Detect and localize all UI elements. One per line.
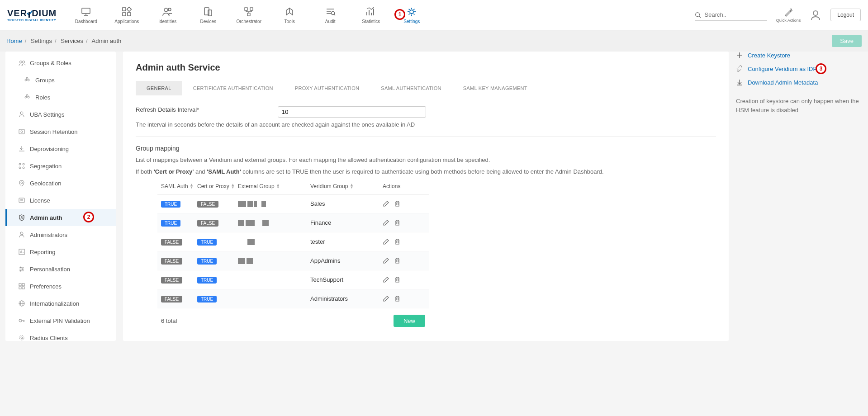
breadcrumb-services[interactable]: Services xyxy=(61,38,83,44)
veridium-group: Administrators xyxy=(310,295,383,302)
tab-saml-key-management[interactable]: SAML KEY MANAGEMENT xyxy=(452,81,538,95)
group-mapping-desc1: List of mappings between a Veridium and … xyxy=(136,156,716,165)
sort-icon[interactable]: ▲▼ xyxy=(231,184,235,189)
sidebar-item-reporting[interactable]: Reporting xyxy=(5,243,116,260)
svg-point-29 xyxy=(25,96,27,98)
tab-proxy-authentication[interactable]: PROXY AUTHENTICATION xyxy=(284,81,370,95)
quick-actions[interactable]: Quick Actions xyxy=(776,7,801,23)
column-header[interactable]: Cert or Proxy ▲▼ xyxy=(197,183,238,189)
nav-audit[interactable]: Audit xyxy=(310,0,351,30)
sidebar-item-groups-roles[interactable]: Groups & Roles xyxy=(5,54,116,71)
svg-rect-1 xyxy=(82,8,90,14)
delete-icon[interactable] xyxy=(394,276,401,283)
delete-icon[interactable] xyxy=(394,219,401,226)
sidebar-item-preferences[interactable]: Preferences xyxy=(5,278,116,295)
refresh-input[interactable] xyxy=(278,106,426,118)
svg-rect-14 xyxy=(247,13,250,16)
sidebar-item-radius-clients[interactable]: Radius Clients xyxy=(5,329,116,341)
svg-point-34 xyxy=(21,131,23,132)
svg-point-32 xyxy=(20,112,23,114)
right-link-create-keystore[interactable]: Create Keystore xyxy=(736,52,863,59)
saml-badge: TRUE xyxy=(161,220,180,227)
sidebar-item-license[interactable]: License xyxy=(5,192,116,209)
sidebar-icon xyxy=(18,300,25,307)
column-header[interactable]: External Group ▲▼ xyxy=(238,183,310,189)
breadcrumb-settings[interactable]: Settings xyxy=(31,38,52,44)
sidebar-item-session-retention[interactable]: Session Retention xyxy=(5,123,116,140)
edit-icon[interactable] xyxy=(383,257,389,264)
sidebar-item-segregation[interactable]: Segregation xyxy=(5,157,116,175)
nav-orchestrator[interactable]: Orchestrator xyxy=(228,0,269,30)
save-button[interactable]: Save xyxy=(832,35,862,47)
nav-identities[interactable]: Identities xyxy=(147,0,188,30)
breadcrumb-home[interactable]: Home xyxy=(6,38,22,44)
sidebar-item-groups[interactable]: Groups xyxy=(5,71,116,89)
nav-devices[interactable]: Devices xyxy=(188,0,228,30)
table-row: FALSE TRUE AppAdmins xyxy=(157,251,429,270)
sidebar-item-admin-auth[interactable]: Admin auth2 xyxy=(5,209,116,226)
sort-icon[interactable]: ▲▼ xyxy=(190,184,194,189)
sidebar-item-personalisation[interactable]: Personalisation xyxy=(5,260,116,278)
nav-tools[interactable]: Tools xyxy=(269,0,310,30)
sort-icon[interactable]: ▲▼ xyxy=(350,184,353,189)
tab-certificate-authentication[interactable]: CERTIFICATE AUTHENTICATION xyxy=(182,81,284,95)
svg-point-35 xyxy=(19,163,21,165)
column-header[interactable]: SAML Auth ▲▼ xyxy=(161,183,197,189)
sidebar-item-geolocation[interactable]: Geolocation xyxy=(5,175,116,192)
nav-statistics[interactable]: Statistics xyxy=(351,0,391,30)
edit-icon[interactable] xyxy=(383,276,389,283)
breadcrumb-current: Admin auth xyxy=(92,38,122,44)
sidebar-item-administrators[interactable]: Administrators xyxy=(5,226,116,243)
new-button[interactable]: New xyxy=(394,315,425,327)
sidebar-item-external-pin-validation[interactable]: External PIN Validation xyxy=(5,312,116,329)
user-icon[interactable] xyxy=(810,9,821,21)
delete-icon[interactable] xyxy=(394,238,401,245)
table-row: TRUE FALSE Finance xyxy=(157,213,429,232)
external-group-redacted xyxy=(238,239,310,245)
column-header[interactable]: Veridium Group ▲▼ xyxy=(310,183,383,189)
sidebar-icon xyxy=(18,145,25,152)
edit-icon[interactable] xyxy=(383,238,389,245)
tabs: GENERALCERTIFICATE AUTHENTICATIONPROXY A… xyxy=(136,81,716,95)
tab-general[interactable]: GENERAL xyxy=(136,81,182,95)
devices-icon xyxy=(203,6,213,17)
edit-icon[interactable] xyxy=(383,295,389,302)
search-input[interactable] xyxy=(705,11,767,18)
table-row: FALSE TRUE tester xyxy=(157,232,429,251)
sidebar-item-roles[interactable]: Roles xyxy=(5,89,116,106)
nav-applications[interactable]: Applications xyxy=(106,0,147,30)
edit-icon[interactable] xyxy=(383,200,389,207)
delete-icon[interactable] xyxy=(394,257,401,264)
nav-dashboard[interactable]: Dashboard xyxy=(66,0,106,30)
sidebar-icon xyxy=(18,59,25,66)
svg-point-26 xyxy=(25,79,27,81)
table-row: FALSE TRUE TechSupport xyxy=(157,270,429,289)
tools-icon xyxy=(284,6,295,17)
column-header[interactable]: Actions xyxy=(383,183,428,189)
tab-saml-authentication[interactable]: SAML AUTHENTICATION xyxy=(370,81,452,95)
edit-icon[interactable] xyxy=(383,219,389,226)
svg-point-67 xyxy=(19,336,24,340)
cert-badge: TRUE xyxy=(197,239,217,246)
group-mapping-title: Group mapping xyxy=(136,145,716,152)
search-box[interactable] xyxy=(695,9,767,21)
sidebar-item-uba-settings[interactable]: UBA Settings xyxy=(5,106,116,123)
logout-button[interactable]: Logout xyxy=(830,9,861,21)
sidebar-icon xyxy=(18,111,25,118)
sidebar-icon xyxy=(18,334,25,341)
annotation-2: 2 xyxy=(83,212,94,222)
sidebar-item-internationalization[interactable]: Internationalization xyxy=(5,295,116,312)
right-link-download-admin-metadata[interactable]: Download Admin Metadata xyxy=(736,79,863,86)
cert-badge: TRUE xyxy=(197,258,217,265)
veridium-group: Finance xyxy=(310,219,383,226)
delete-icon[interactable] xyxy=(394,295,401,302)
breadcrumb: Home/ Settings/ Services/ Admin auth xyxy=(6,38,121,44)
svg-point-62 xyxy=(19,319,22,322)
delete-icon[interactable] xyxy=(394,200,401,207)
external-group-redacted xyxy=(238,201,310,207)
svg-rect-12 xyxy=(245,8,247,10)
sidebar: Groups & Roles Groups Roles UBA Settings… xyxy=(5,52,116,341)
right-link-configure-veridium-as-idp[interactable]: Configure Veridium as IDP3 xyxy=(736,65,863,72)
sidebar-item-deprovisioning[interactable]: Deprovisioning xyxy=(5,140,116,157)
sort-icon[interactable]: ▲▼ xyxy=(276,184,280,189)
